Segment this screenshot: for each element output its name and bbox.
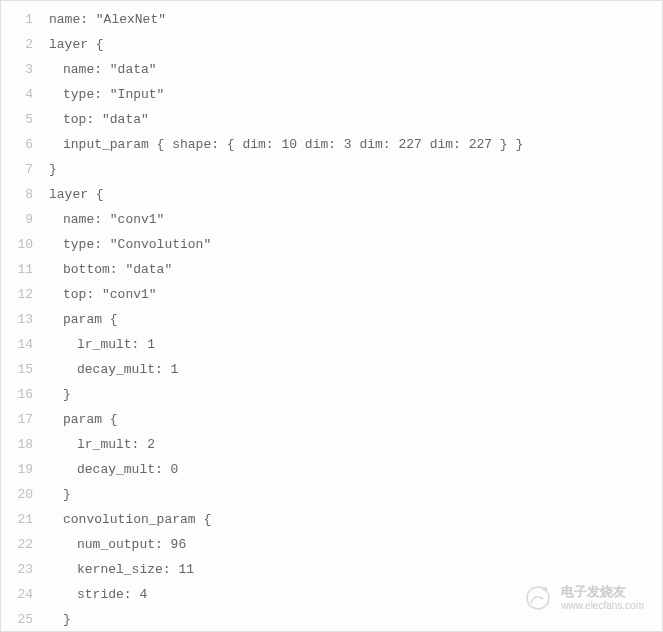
line-number: 4 — [1, 82, 33, 107]
code-line: top: "conv1" — [49, 282, 662, 307]
code-line: } — [49, 607, 662, 632]
code-area: name: "AlexNet"layer {name: "data"type: … — [41, 1, 662, 631]
line-number: 3 — [1, 57, 33, 82]
line-number: 5 — [1, 107, 33, 132]
line-number: 21 — [1, 507, 33, 532]
code-line: kernel_size: 11 — [49, 557, 662, 582]
line-number: 12 — [1, 282, 33, 307]
line-number: 22 — [1, 532, 33, 557]
line-number: 23 — [1, 557, 33, 582]
code-line: input_param { shape: { dim: 10 dim: 3 di… — [49, 132, 662, 157]
code-line: } — [49, 482, 662, 507]
code-line: num_output: 96 — [49, 532, 662, 557]
line-number: 9 — [1, 207, 33, 232]
code-line: bottom: "data" — [49, 257, 662, 282]
line-number: 15 — [1, 357, 33, 382]
line-number: 6 — [1, 132, 33, 157]
line-number: 24 — [1, 582, 33, 607]
code-line: lr_mult: 1 — [49, 332, 662, 357]
line-number: 8 — [1, 182, 33, 207]
line-number: 11 — [1, 257, 33, 282]
line-number: 25 — [1, 607, 33, 632]
code-line: top: "data" — [49, 107, 662, 132]
code-line: decay_mult: 0 — [49, 457, 662, 482]
code-line: type: "Convolution" — [49, 232, 662, 257]
line-number: 2 — [1, 32, 33, 57]
code-line: } — [49, 382, 662, 407]
code-line: type: "Input" — [49, 82, 662, 107]
code-line: param { — [49, 407, 662, 432]
line-number: 7 — [1, 157, 33, 182]
code-line: name: "data" — [49, 57, 662, 82]
code-line: param { — [49, 307, 662, 332]
line-number: 13 — [1, 307, 33, 332]
code-line: layer { — [49, 182, 662, 207]
line-number: 1 — [1, 7, 33, 32]
code-container: 1234567891011121314151617181920212223242… — [1, 1, 662, 631]
code-line: stride: 4 — [49, 582, 662, 607]
code-line: name: "conv1" — [49, 207, 662, 232]
code-line: } — [49, 157, 662, 182]
line-number: 17 — [1, 407, 33, 432]
code-line: lr_mult: 2 — [49, 432, 662, 457]
line-number: 14 — [1, 332, 33, 357]
line-number: 18 — [1, 432, 33, 457]
line-number: 16 — [1, 382, 33, 407]
line-number-gutter: 1234567891011121314151617181920212223242… — [1, 1, 41, 631]
line-number: 20 — [1, 482, 33, 507]
code-line: name: "AlexNet" — [49, 7, 662, 32]
code-line: layer { — [49, 32, 662, 57]
line-number: 19 — [1, 457, 33, 482]
line-number: 10 — [1, 232, 33, 257]
code-line: decay_mult: 1 — [49, 357, 662, 382]
code-line: convolution_param { — [49, 507, 662, 532]
